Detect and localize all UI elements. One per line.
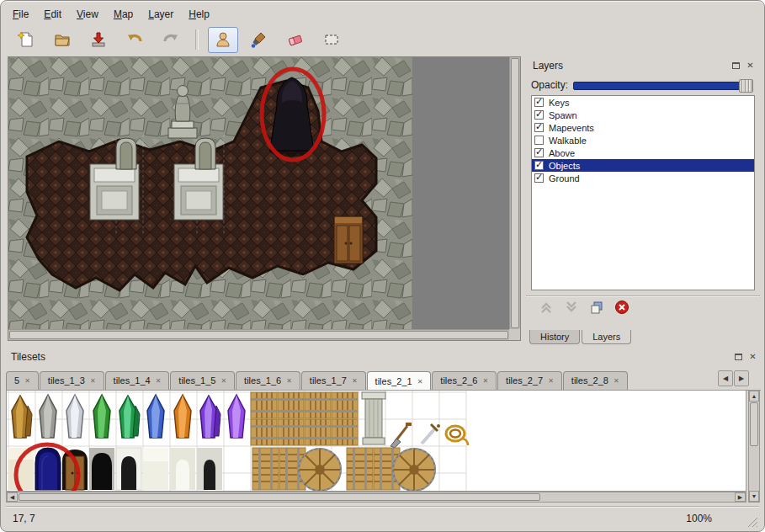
tileset-tab-tiles_2_7[interactable]: tiles_2_7✕ (497, 371, 562, 390)
tileset-tab-tiles_1_7[interactable]: tiles_1_7✕ (301, 371, 366, 390)
tab-close-icon[interactable]: ✕ (90, 377, 96, 385)
tab-close-icon[interactable]: ✕ (417, 378, 423, 386)
tile-dark-archway[interactable] (89, 448, 114, 490)
tileset-tab-tiles_1_5[interactable]: tiles_1_5✕ (170, 371, 235, 390)
tab-close-icon[interactable]: ✕ (548, 377, 554, 385)
select-tool-button[interactable] (316, 27, 347, 53)
tile-wood-track-2[interactable] (278, 392, 304, 418)
layer-visibility-checkbox[interactable] (534, 148, 544, 157)
tile-wood-track-3[interactable] (305, 392, 331, 418)
layer-row-ground[interactable]: Ground (532, 172, 754, 184)
tile-turntable-2[interactable] (393, 449, 435, 491)
close-panel-icon[interactable]: ✕ (747, 351, 758, 362)
tileset-tab-tiles_1_4[interactable]: tiles_1_4✕ (105, 371, 170, 390)
map-viewport[interactable] (8, 56, 521, 341)
layer-visibility-checkbox[interactable] (534, 136, 544, 145)
layer-visibility-checkbox[interactable] (534, 173, 544, 183)
layer-row-keys[interactable]: Keys (532, 96, 754, 109)
tile-wood-track-7[interactable] (305, 419, 331, 445)
tile-pale-tile-1[interactable] (143, 448, 168, 490)
resize-grip[interactable] (747, 517, 758, 528)
layer-row-objects[interactable]: Objects (532, 159, 754, 172)
tile-wood-track-4[interactable] (332, 392, 358, 418)
layer-visibility-checkbox[interactable] (534, 161, 544, 170)
redo-button[interactable] (156, 27, 186, 53)
hscroll-thumb[interactable] (19, 493, 540, 501)
scroll-left-button[interactable]: ◀ (7, 492, 18, 502)
tab-close-icon[interactable]: ✕ (352, 377, 358, 385)
menu-map[interactable]: Map (107, 6, 140, 23)
layer-row-above[interactable]: Above (532, 146, 754, 159)
float-panel-icon[interactable] (733, 351, 744, 362)
tile-pale-tile-2[interactable] (170, 448, 195, 490)
layer-label: Spawn (549, 110, 577, 120)
opacity-slider-handle[interactable] (739, 79, 753, 93)
layer-visibility-checkbox[interactable] (534, 123, 544, 132)
tab-close-icon[interactable]: ✕ (482, 377, 488, 385)
tile-dark-arch-small[interactable] (197, 448, 222, 490)
save-button[interactable] (83, 27, 114, 53)
tile-wood-track-8[interactable] (332, 419, 358, 445)
scroll-up-button[interactable]: ▲ (749, 391, 759, 402)
map-vertical-scrollbar[interactable] (509, 57, 520, 329)
layer-visibility-checkbox[interactable] (534, 98, 544, 107)
menu-layer[interactable]: Layer (141, 6, 180, 23)
stamp-tool-button[interactable] (208, 27, 238, 53)
tab-close-icon[interactable]: ✕ (220, 377, 226, 385)
brush-tool-button[interactable] (244, 27, 274, 53)
map-canvas[interactable] (8, 57, 509, 329)
tileset-tab-tiles_2_8[interactable]: tiles_2_8✕ (563, 371, 628, 390)
scroll-down-button[interactable]: ▼ (749, 491, 759, 502)
menu-edit[interactable]: Edit (37, 6, 68, 23)
tileset-tab-tiles_1_6[interactable]: tiles_1_6✕ (236, 371, 300, 390)
tileset-horizontal-scrollbar[interactable]: ◀ ▶ (6, 492, 746, 503)
tab-scroll-right-button[interactable]: ▶ (734, 370, 749, 386)
duplicate-layer-button[interactable] (588, 299, 605, 316)
tileset-tab-tiles_2_1[interactable]: tiles_2_1✕ (367, 371, 432, 390)
duplicate-layer-icon (589, 300, 604, 315)
tileset-tab-5[interactable]: 5✕ (6, 371, 39, 390)
move-layer-up-button[interactable] (538, 299, 555, 316)
tab-close-icon[interactable]: ✕ (156, 377, 162, 385)
tileset-tab-tiles_1_3[interactable]: tiles_1_3✕ (40, 371, 104, 390)
tile-wood-track-6[interactable] (278, 419, 304, 445)
tile-wood-track-5[interactable] (251, 419, 277, 445)
move-layer-down-button[interactable] (563, 299, 580, 316)
tab-close-icon[interactable]: ✕ (614, 377, 619, 385)
new-file-button[interactable] (11, 27, 41, 53)
tileset-tab-tiles_2_6[interactable]: tiles_2_6✕ (432, 371, 497, 390)
tile-archway-outline[interactable] (116, 448, 141, 490)
panel-tab-layers[interactable]: Layers (582, 330, 631, 344)
menu-file[interactable]: File (6, 6, 35, 23)
tileset-canvas[interactable] (6, 390, 746, 492)
eraser-tool-button[interactable] (280, 27, 311, 53)
tile-turntable-1[interactable] (299, 449, 341, 491)
open-button[interactable] (47, 27, 77, 53)
float-panel-icon[interactable] (730, 60, 741, 71)
undo-button[interactable] (120, 27, 150, 53)
scroll-right-button[interactable]: ▶ (735, 492, 746, 502)
layer-row-walkable[interactable]: Walkable (532, 134, 754, 146)
menu-help[interactable]: Help (182, 6, 216, 23)
layer-row-mapevents[interactable]: Mapevents (532, 121, 754, 134)
layer-visibility-checkbox[interactable] (534, 110, 544, 120)
tile-cream-tile[interactable] (8, 448, 34, 490)
map-horizontal-scrollbar[interactable] (8, 329, 509, 340)
vscroll-thumb[interactable] (750, 402, 758, 446)
tile-wood-platform-3[interactable] (347, 448, 373, 490)
panel-tab-history[interactable]: History (529, 330, 580, 344)
tileset-vertical-scrollbar[interactable]: ▲ ▼ (748, 390, 760, 503)
tab-scroll-left-button[interactable]: ◀ (718, 370, 733, 386)
menu-view[interactable]: View (70, 6, 105, 23)
tab-close-icon[interactable]: ✕ (24, 377, 30, 385)
tile-wood-platform-1[interactable] (252, 448, 279, 490)
opacity-slider[interactable] (573, 79, 753, 91)
tile-stone-column[interactable] (362, 392, 385, 444)
layer-row-spawn[interactable]: Spawn (532, 109, 754, 121)
delete-layer-button[interactable] (614, 299, 630, 316)
tile-wood-track-1[interactable] (251, 392, 277, 418)
cabinet (334, 216, 363, 263)
tile-blue-door[interactable] (35, 448, 61, 490)
close-panel-icon[interactable]: ✕ (745, 60, 756, 71)
tab-close-icon[interactable]: ✕ (286, 377, 292, 385)
